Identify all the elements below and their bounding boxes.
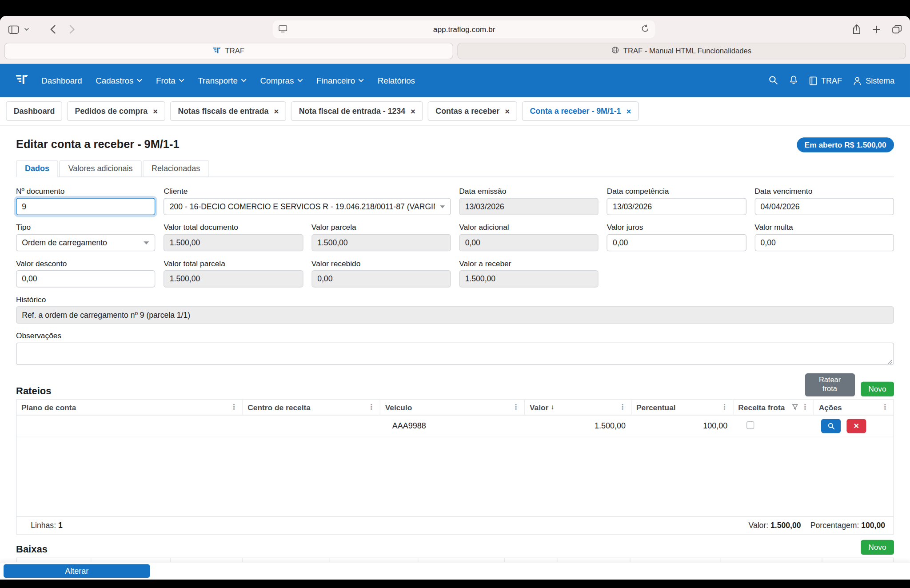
col-veiculo[interactable]: Veículo⋮: [380, 400, 525, 415]
notifications-bell-icon[interactable]: [789, 75, 798, 86]
valor-juros-input[interactable]: [607, 234, 746, 252]
column-menu-icon[interactable]: ⋮: [231, 403, 238, 412]
nav-item-financeiro[interactable]: Financeiro: [316, 76, 364, 85]
browser-tab-label: TRAF - Manual HTML Funcionalidades: [623, 47, 751, 55]
col-acoes[interactable]: Ações⋮: [814, 400, 894, 415]
cell-veiculo: AAA9988: [380, 421, 525, 430]
caret-down-icon: [439, 205, 445, 208]
form: Nº documento Cliente 200 - 16-DECIO COME…: [16, 187, 894, 368]
row-delete-button[interactable]: ✕: [846, 419, 866, 433]
column-menu-icon[interactable]: ⋮: [512, 403, 519, 412]
tab-relacionadas[interactable]: Relacionadas: [143, 160, 209, 177]
table-empty-area: [16, 437, 893, 516]
valor-desconto-input[interactable]: [16, 270, 156, 288]
sidebar-toggle-icon[interactable]: [8, 25, 19, 34]
filter-icon[interactable]: [792, 404, 798, 410]
column-menu-icon[interactable]: ⋮: [802, 403, 809, 412]
app-tab-nota-fiscal-1234[interactable]: Nota fiscal de entrada - 1234×: [291, 101, 423, 121]
baixas-header: Baixas Novo: [16, 540, 894, 554]
close-icon[interactable]: ×: [626, 107, 631, 116]
field-valor-parcela: Valor parcela: [311, 223, 451, 251]
sidebar-chevron-down-icon[interactable]: [24, 28, 29, 31]
close-icon[interactable]: ×: [274, 107, 279, 116]
close-icon[interactable]: ×: [505, 107, 510, 116]
browser-tab-manual[interactable]: TRAF - Manual HTML Funcionalidades: [457, 43, 906, 59]
data-vencimento-input[interactable]: [754, 198, 894, 215]
manual-book-icon: [809, 76, 817, 85]
nav-item-cadastros[interactable]: Cadastros: [96, 76, 142, 85]
caret-down-icon: [144, 241, 149, 244]
alterar-button[interactable]: Alterar: [4, 564, 150, 578]
data-emissao-input: [459, 198, 599, 215]
valor-multa-input[interactable]: [754, 234, 894, 252]
forward-icon[interactable]: [69, 25, 75, 34]
observacoes-textarea[interactable]: [16, 343, 894, 365]
receita-frota-checkbox[interactable]: [746, 421, 754, 429]
cliente-select[interactable]: 200 - 16-DECIO COMERCIO E SERVICOS R - 1…: [164, 198, 451, 215]
share-icon[interactable]: [853, 24, 861, 35]
app-tab-dashboard[interactable]: Dashboard: [6, 101, 62, 121]
new-tab-icon[interactable]: [873, 25, 880, 33]
column-menu-icon[interactable]: ⋮: [721, 403, 728, 412]
rateios-novo-button[interactable]: Novo: [861, 381, 894, 396]
cell-percentual: 100,00: [631, 421, 733, 430]
browser-tab-traf[interactable]: TRAF: [4, 43, 453, 59]
valor-adicional-input: [459, 234, 599, 252]
close-icon[interactable]: ×: [153, 107, 158, 116]
traf-logo-icon: [16, 73, 28, 88]
field-data-competencia: Data competência: [607, 187, 746, 215]
col-receita-frota[interactable]: Receita frota⋮: [734, 400, 814, 415]
baixas-novo-button[interactable]: Novo: [861, 540, 894, 554]
col-percentual[interactable]: Percentual⋮: [631, 400, 733, 415]
manual-traf-link[interactable]: TRAF: [809, 76, 842, 85]
traf-favicon-icon: [213, 46, 221, 56]
ratear-frota-button[interactable]: Ratear frota: [805, 373, 855, 396]
user-menu[interactable]: Sistema: [853, 76, 894, 85]
page-monitor-icon: [279, 24, 287, 35]
tab-valores-adicionais[interactable]: Valores adicionais: [60, 160, 142, 177]
column-menu-icon[interactable]: ⋮: [368, 403, 375, 412]
reload-icon[interactable]: [641, 24, 650, 35]
field-observacoes: Observações: [16, 331, 894, 367]
nav-item-compras[interactable]: Compras: [260, 76, 303, 85]
col-valor[interactable]: Valor↓⋮: [525, 400, 631, 415]
close-icon[interactable]: ×: [411, 107, 415, 116]
n-documento-input[interactable]: [16, 198, 156, 215]
app-tab-pedidos-de-compra[interactable]: Pedidos de compra×: [67, 101, 165, 121]
data-competencia-input[interactable]: [607, 198, 746, 215]
field-data-vencimento: Data vencimento: [754, 187, 894, 215]
col-plano-de-conta[interactable]: Plano de conta⋮: [16, 400, 243, 415]
app-tab-contas-a-receber[interactable]: Contas a receber×: [428, 101, 517, 121]
nav-item-relatorios[interactable]: Relatórios: [378, 76, 415, 85]
baixas-title: Baixas: [16, 543, 48, 554]
valor-total-documento-input: [164, 234, 303, 252]
resize-grip-icon[interactable]: [887, 360, 892, 364]
nav-item-frota[interactable]: Frota: [156, 76, 184, 85]
column-menu-icon[interactable]: ⋮: [619, 403, 626, 412]
browser-tab-bar: TRAF TRAF - Manual HTML Funcionalidades: [0, 43, 910, 64]
row-view-button[interactable]: [821, 419, 841, 433]
col-centro-de-receita[interactable]: Centro de receita⋮: [243, 400, 380, 415]
app-tab-notas-fiscais-entrada[interactable]: Notas fiscais de entrada×: [170, 101, 287, 121]
nav-item-transporte[interactable]: Transporte: [198, 76, 247, 85]
webpage: Dashboard Cadastros Frota Transporte Com…: [0, 64, 910, 580]
rateios-table: Plano de conta⋮ Centro de receita⋮ Veícu…: [16, 399, 894, 534]
app-tab-conta-a-receber-9m[interactable]: Conta a receber - 9M/1-1×: [522, 101, 639, 121]
tab-overview-icon[interactable]: [892, 25, 902, 34]
chevron-down-icon: [137, 79, 142, 82]
back-icon[interactable]: [50, 25, 56, 34]
column-menu-icon[interactable]: ⋮: [882, 403, 889, 412]
tipo-select[interactable]: Ordem de carregamento: [16, 234, 156, 252]
search-icon[interactable]: [768, 75, 778, 86]
tab-dados[interactable]: Dados: [16, 160, 58, 177]
screen: app.traflog.com.br: [0, 0, 910, 588]
field-data-emissao: Data emissão: [459, 187, 599, 215]
rateios-header: Rateios Ratear frota Novo: [16, 373, 894, 396]
cell-receita-frota: [734, 421, 814, 431]
cell-valor: 1.500,00: [525, 421, 631, 430]
field-historico: Histórico: [16, 295, 894, 324]
address-bar[interactable]: app.traflog.com.br: [272, 20, 655, 38]
field-valor-multa: Valor multa: [754, 223, 894, 251]
nav-item-dashboard[interactable]: Dashboard: [41, 76, 82, 85]
valor-recebido-input: [311, 270, 451, 288]
